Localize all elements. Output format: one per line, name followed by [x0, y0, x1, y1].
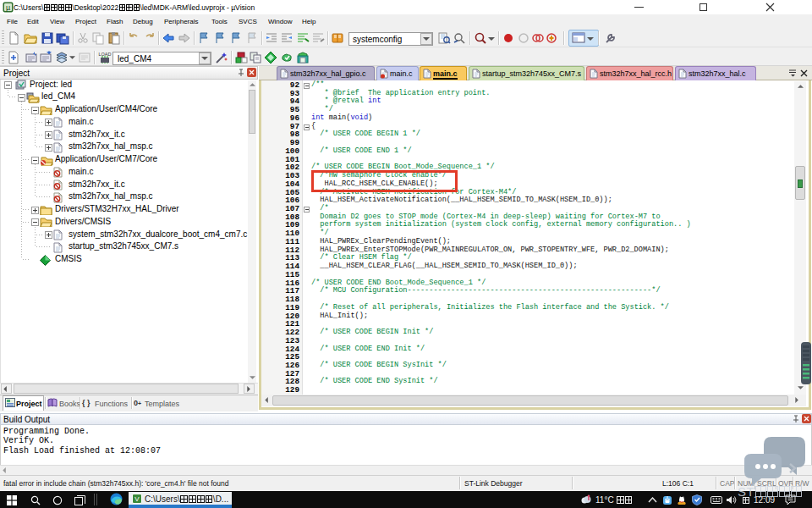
svg-text:µ: µ	[6, 3, 10, 12]
svg-text:V: V	[134, 495, 140, 503]
